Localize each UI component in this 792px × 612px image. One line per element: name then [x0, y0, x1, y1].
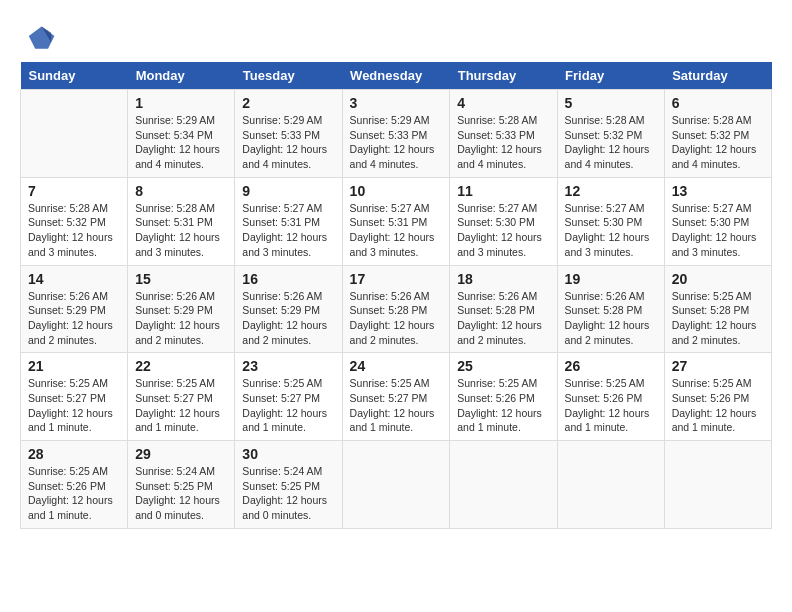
calendar-cell: 19Sunrise: 5:26 AM Sunset: 5:28 PM Dayli…: [557, 265, 664, 353]
day-number: 22: [135, 358, 227, 374]
day-info: Sunrise: 5:28 AM Sunset: 5:32 PM Dayligh…: [28, 201, 120, 260]
day-number: 24: [350, 358, 443, 374]
day-number: 8: [135, 183, 227, 199]
calendar-cell: 30Sunrise: 5:24 AM Sunset: 5:25 PM Dayli…: [235, 441, 342, 529]
day-number: 15: [135, 271, 227, 287]
calendar-cell: 20Sunrise: 5:25 AM Sunset: 5:28 PM Dayli…: [664, 265, 771, 353]
calendar-week-row: 21Sunrise: 5:25 AM Sunset: 5:27 PM Dayli…: [21, 353, 772, 441]
calendar-cell: 5Sunrise: 5:28 AM Sunset: 5:32 PM Daylig…: [557, 90, 664, 178]
col-header-friday: Friday: [557, 62, 664, 90]
day-info: Sunrise: 5:27 AM Sunset: 5:30 PM Dayligh…: [565, 201, 657, 260]
calendar-cell: 9Sunrise: 5:27 AM Sunset: 5:31 PM Daylig…: [235, 177, 342, 265]
col-header-thursday: Thursday: [450, 62, 557, 90]
day-info: Sunrise: 5:28 AM Sunset: 5:31 PM Dayligh…: [135, 201, 227, 260]
day-info: Sunrise: 5:26 AM Sunset: 5:29 PM Dayligh…: [28, 289, 120, 348]
day-info: Sunrise: 5:26 AM Sunset: 5:28 PM Dayligh…: [565, 289, 657, 348]
day-number: 25: [457, 358, 549, 374]
day-info: Sunrise: 5:25 AM Sunset: 5:26 PM Dayligh…: [457, 376, 549, 435]
day-info: Sunrise: 5:26 AM Sunset: 5:28 PM Dayligh…: [457, 289, 549, 348]
calendar-week-row: 28Sunrise: 5:25 AM Sunset: 5:26 PM Dayli…: [21, 441, 772, 529]
calendar-cell: 3Sunrise: 5:29 AM Sunset: 5:33 PM Daylig…: [342, 90, 450, 178]
calendar-cell: [450, 441, 557, 529]
day-info: Sunrise: 5:24 AM Sunset: 5:25 PM Dayligh…: [242, 464, 334, 523]
calendar-cell: 14Sunrise: 5:26 AM Sunset: 5:29 PM Dayli…: [21, 265, 128, 353]
day-info: Sunrise: 5:27 AM Sunset: 5:30 PM Dayligh…: [457, 201, 549, 260]
calendar-cell: 22Sunrise: 5:25 AM Sunset: 5:27 PM Dayli…: [128, 353, 235, 441]
col-header-tuesday: Tuesday: [235, 62, 342, 90]
day-number: 20: [672, 271, 764, 287]
day-info: Sunrise: 5:29 AM Sunset: 5:34 PM Dayligh…: [135, 113, 227, 172]
day-number: 17: [350, 271, 443, 287]
day-info: Sunrise: 5:25 AM Sunset: 5:27 PM Dayligh…: [28, 376, 120, 435]
day-info: Sunrise: 5:25 AM Sunset: 5:28 PM Dayligh…: [672, 289, 764, 348]
day-number: 3: [350, 95, 443, 111]
day-number: 26: [565, 358, 657, 374]
calendar-table: SundayMondayTuesdayWednesdayThursdayFrid…: [20, 62, 772, 529]
calendar-cell: 29Sunrise: 5:24 AM Sunset: 5:25 PM Dayli…: [128, 441, 235, 529]
day-info: Sunrise: 5:27 AM Sunset: 5:30 PM Dayligh…: [672, 201, 764, 260]
day-info: Sunrise: 5:28 AM Sunset: 5:33 PM Dayligh…: [457, 113, 549, 172]
calendar-cell: 21Sunrise: 5:25 AM Sunset: 5:27 PM Dayli…: [21, 353, 128, 441]
col-header-saturday: Saturday: [664, 62, 771, 90]
day-number: 16: [242, 271, 334, 287]
day-info: Sunrise: 5:26 AM Sunset: 5:29 PM Dayligh…: [242, 289, 334, 348]
calendar-cell: 7Sunrise: 5:28 AM Sunset: 5:32 PM Daylig…: [21, 177, 128, 265]
day-number: 27: [672, 358, 764, 374]
logo-icon: [24, 20, 56, 52]
calendar-cell: 8Sunrise: 5:28 AM Sunset: 5:31 PM Daylig…: [128, 177, 235, 265]
calendar-cell: [21, 90, 128, 178]
calendar-cell: 11Sunrise: 5:27 AM Sunset: 5:30 PM Dayli…: [450, 177, 557, 265]
col-header-monday: Monday: [128, 62, 235, 90]
day-number: 5: [565, 95, 657, 111]
calendar-cell: [664, 441, 771, 529]
day-number: 28: [28, 446, 120, 462]
day-number: 11: [457, 183, 549, 199]
calendar-cell: 1Sunrise: 5:29 AM Sunset: 5:34 PM Daylig…: [128, 90, 235, 178]
calendar-week-row: 14Sunrise: 5:26 AM Sunset: 5:29 PM Dayli…: [21, 265, 772, 353]
day-number: 29: [135, 446, 227, 462]
day-info: Sunrise: 5:25 AM Sunset: 5:27 PM Dayligh…: [135, 376, 227, 435]
day-info: Sunrise: 5:27 AM Sunset: 5:31 PM Dayligh…: [350, 201, 443, 260]
day-info: Sunrise: 5:25 AM Sunset: 5:26 PM Dayligh…: [672, 376, 764, 435]
day-info: Sunrise: 5:28 AM Sunset: 5:32 PM Dayligh…: [672, 113, 764, 172]
day-number: 14: [28, 271, 120, 287]
calendar-week-row: 1Sunrise: 5:29 AM Sunset: 5:34 PM Daylig…: [21, 90, 772, 178]
day-number: 13: [672, 183, 764, 199]
col-header-sunday: Sunday: [21, 62, 128, 90]
calendar-cell: 15Sunrise: 5:26 AM Sunset: 5:29 PM Dayli…: [128, 265, 235, 353]
calendar-cell: 23Sunrise: 5:25 AM Sunset: 5:27 PM Dayli…: [235, 353, 342, 441]
day-number: 6: [672, 95, 764, 111]
day-info: Sunrise: 5:29 AM Sunset: 5:33 PM Dayligh…: [242, 113, 334, 172]
calendar-cell: 6Sunrise: 5:28 AM Sunset: 5:32 PM Daylig…: [664, 90, 771, 178]
calendar-cell: 10Sunrise: 5:27 AM Sunset: 5:31 PM Dayli…: [342, 177, 450, 265]
day-number: 19: [565, 271, 657, 287]
day-number: 30: [242, 446, 334, 462]
calendar-cell: 26Sunrise: 5:25 AM Sunset: 5:26 PM Dayli…: [557, 353, 664, 441]
calendar-cell: [557, 441, 664, 529]
calendar-header-row: SundayMondayTuesdayWednesdayThursdayFrid…: [21, 62, 772, 90]
day-number: 4: [457, 95, 549, 111]
day-info: Sunrise: 5:26 AM Sunset: 5:28 PM Dayligh…: [350, 289, 443, 348]
calendar-cell: 16Sunrise: 5:26 AM Sunset: 5:29 PM Dayli…: [235, 265, 342, 353]
day-info: Sunrise: 5:25 AM Sunset: 5:26 PM Dayligh…: [565, 376, 657, 435]
calendar-cell: 28Sunrise: 5:25 AM Sunset: 5:26 PM Dayli…: [21, 441, 128, 529]
day-number: 21: [28, 358, 120, 374]
day-info: Sunrise: 5:25 AM Sunset: 5:27 PM Dayligh…: [242, 376, 334, 435]
day-number: 7: [28, 183, 120, 199]
calendar-cell: 13Sunrise: 5:27 AM Sunset: 5:30 PM Dayli…: [664, 177, 771, 265]
calendar-cell: 27Sunrise: 5:25 AM Sunset: 5:26 PM Dayli…: [664, 353, 771, 441]
day-number: 9: [242, 183, 334, 199]
day-info: Sunrise: 5:24 AM Sunset: 5:25 PM Dayligh…: [135, 464, 227, 523]
day-number: 12: [565, 183, 657, 199]
calendar-cell: 25Sunrise: 5:25 AM Sunset: 5:26 PM Dayli…: [450, 353, 557, 441]
day-number: 10: [350, 183, 443, 199]
calendar-cell: 18Sunrise: 5:26 AM Sunset: 5:28 PM Dayli…: [450, 265, 557, 353]
calendar-cell: 2Sunrise: 5:29 AM Sunset: 5:33 PM Daylig…: [235, 90, 342, 178]
day-number: 1: [135, 95, 227, 111]
calendar-cell: 12Sunrise: 5:27 AM Sunset: 5:30 PM Dayli…: [557, 177, 664, 265]
calendar-week-row: 7Sunrise: 5:28 AM Sunset: 5:32 PM Daylig…: [21, 177, 772, 265]
day-info: Sunrise: 5:28 AM Sunset: 5:32 PM Dayligh…: [565, 113, 657, 172]
calendar-cell: [342, 441, 450, 529]
day-info: Sunrise: 5:29 AM Sunset: 5:33 PM Dayligh…: [350, 113, 443, 172]
day-number: 18: [457, 271, 549, 287]
